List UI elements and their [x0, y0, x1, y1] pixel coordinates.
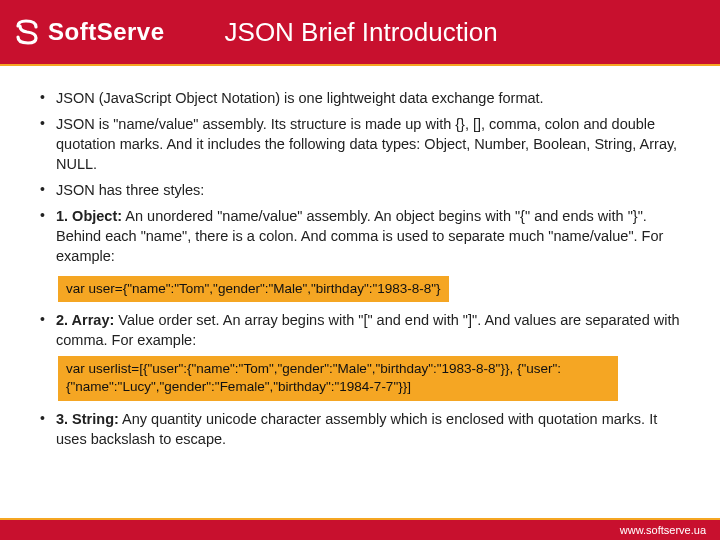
- bullet-bold: 2. Array:: [56, 312, 114, 328]
- list-item: 1. Object: An unordered "name/value" ass…: [36, 206, 684, 266]
- list-item: 2. Array: Value order set. An array begi…: [36, 310, 684, 350]
- brand-logo: SoftServe: [12, 17, 165, 47]
- brand-name: SoftServe: [48, 18, 165, 46]
- bullet-text: JSON is "name/value" assembly. Its struc…: [56, 116, 677, 172]
- bullet-bold: 3. String:: [56, 411, 119, 427]
- footer-url: www.softserve.ua: [620, 524, 706, 536]
- softserve-logo-icon: [12, 17, 42, 47]
- slide-title: JSON Brief Introduction: [225, 17, 498, 48]
- bullet-text: Value order set. An array begins with "[…: [56, 312, 680, 348]
- list-item: JSON (JavaScript Object Notation) is one…: [36, 88, 684, 108]
- code-example-array: var userlist=[{"user":{"name":"Tom","gen…: [58, 356, 618, 400]
- list-item: 3. String: Any quantity unicode characte…: [36, 409, 684, 449]
- bullet-text: Any quantity unicode character assembly …: [56, 411, 657, 447]
- slide-header: SoftServe JSON Brief Introduction: [0, 0, 720, 64]
- bullet-list: JSON (JavaScript Object Notation) is one…: [36, 88, 684, 266]
- slide-body: JSON (JavaScript Object Notation) is one…: [0, 66, 720, 449]
- bullet-text: An unordered "name/value" assembly. An o…: [56, 208, 663, 264]
- bullet-bold: 1. Object:: [56, 208, 122, 224]
- list-item: JSON is "name/value" assembly. Its struc…: [36, 114, 684, 174]
- bullet-text: JSON (JavaScript Object Notation) is one…: [56, 90, 544, 106]
- bullet-list: 3. String: Any quantity unicode characte…: [36, 409, 684, 449]
- code-example-object: var user={"name":"Tom","gender":"Male","…: [58, 276, 449, 302]
- list-item: JSON has three styles:: [36, 180, 684, 200]
- bullet-text: JSON has three styles:: [56, 182, 204, 198]
- slide-footer: www.softserve.ua: [0, 520, 720, 540]
- bullet-list: 2. Array: Value order set. An array begi…: [36, 310, 684, 350]
